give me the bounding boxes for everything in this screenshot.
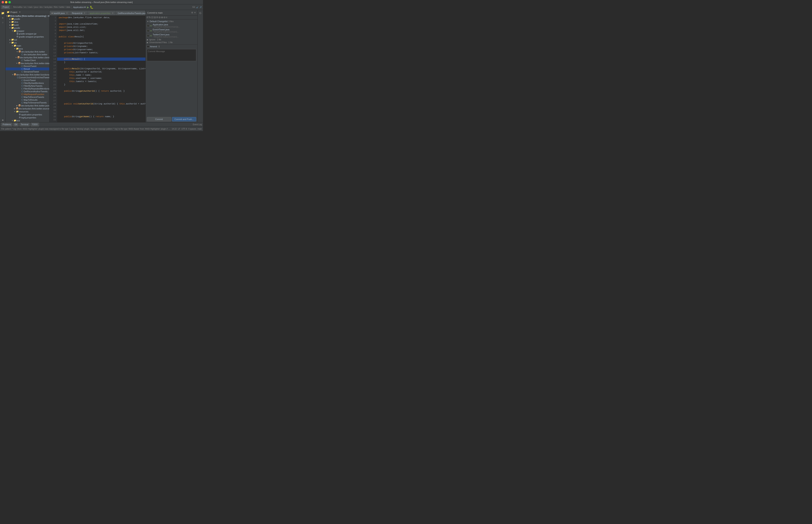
tab-close-icon[interactable]: ✕ xyxy=(84,12,85,14)
tree-out[interactable]: ▶ 📁 out xyxy=(5,38,49,41)
tree-test[interactable]: ▼ 📁 test xyxy=(5,119,49,122)
tree-gradle-wrapper-jar[interactable]: 🗄 gradle-wrapper.jar xyxy=(5,32,49,35)
git-file-application[interactable]: ✓ M Application.java ~/Blog/flink-kafka/… xyxy=(147,23,196,28)
tree-result[interactable]: C Result xyxy=(5,67,49,70)
tree-map-recent[interactable]: C MapToRecentTweets xyxy=(5,96,49,98)
git-expand-icon[interactable]: ⊕ xyxy=(161,16,163,19)
tree-log4j-props[interactable]: ⚙ log4j.properties xyxy=(5,116,49,119)
project-icon[interactable]: 📁 xyxy=(1,11,5,15)
tree-enrich-tweet[interactable]: C EnrichTweet xyxy=(5,79,49,82)
tab-todo[interactable]: TODO xyxy=(31,122,39,127)
tree-gradle-wrapper-props[interactable]: ⚙ gradle-wrapper.properties xyxy=(5,35,49,38)
tree-root-label: flink-kafka [flink-twitter-streaming] ~/… xyxy=(10,15,49,17)
tree-resources[interactable]: ▼ 📁 resources xyxy=(5,110,49,113)
tree-recent-tweet[interactable]: C RecentTweet xyxy=(5,65,49,67)
git-file-checkbox[interactable]: ✓ xyxy=(147,24,149,27)
tree-filter-mentions[interactable]: C FilterByHasMentions xyxy=(5,82,49,84)
tab-git[interactable]: Git xyxy=(13,122,19,127)
tree-package-client[interactable]: ▼ 📦 dev.lankydan.flink.twitter.client xyxy=(5,56,49,59)
git-unversioned-section[interactable]: ▶ Unversioned Files 1 file xyxy=(147,41,196,44)
git-revert-icon[interactable]: ⊘ xyxy=(159,16,161,19)
tab-terminal[interactable]: Terminal xyxy=(19,122,30,127)
tree-arrow: ▼ xyxy=(16,62,18,64)
tree-package-source[interactable]: ▶ 📦 dev.lankydan.flink.twitter.source xyxy=(5,107,49,110)
tab-lase64[interactable]: lase64.java ✕ xyxy=(50,11,70,15)
tab-problems[interactable]: Problems xyxy=(1,122,12,127)
run-config[interactable]: Application▼ xyxy=(73,6,86,9)
debug-button[interactable]: 🐛 xyxy=(90,5,93,9)
pull-requests-icon[interactable]: ⑂ xyxy=(1,20,5,25)
git-diff-icon[interactable]: ⊟ xyxy=(154,16,156,19)
commit-button[interactable]: Commit xyxy=(147,117,171,121)
tree-package-functions[interactable]: ▼ 📦 dev.lankydan.flink.twitter.functions xyxy=(5,73,49,76)
git-file-twitter-client[interactable]: ✓ M TwitterClient.java ~/Blog/flink-kafk… xyxy=(147,33,196,38)
tree-gradle-2[interactable]: ▼ 📁 gradle xyxy=(5,26,49,29)
code-editor[interactable]: package dev.lankydan.flink.twitter.data;… xyxy=(57,16,145,122)
git-label: Git: xyxy=(192,6,195,8)
tree-map-streamed[interactable]: C MapToStreamedTweets xyxy=(5,101,49,104)
git-ignore-section[interactable]: ▶ ignore 1 file xyxy=(147,38,196,41)
tree-map-results[interactable]: C MapToResults xyxy=(5,98,49,101)
tree-package-json[interactable]: ▶ 📦 dev.lankydan.flink.twitter.json xyxy=(5,104,49,107)
event-log-label[interactable]: Event Log xyxy=(193,124,202,126)
minimize-button[interactable] xyxy=(5,1,7,3)
close-button[interactable] xyxy=(2,1,4,3)
git-redo-icon[interactable]: ↻ xyxy=(149,16,151,19)
git-collapse-icon[interactable]: ⊖ xyxy=(163,16,165,19)
tree-arrow xyxy=(18,88,21,90)
tree-app-props[interactable]: ⚙ application.properties xyxy=(5,113,49,116)
code-line-18: this.authorId = authorId; xyxy=(57,70,145,73)
structure-icon[interactable]: ≡ xyxy=(1,16,5,20)
tree-java[interactable]: ▼ 📁 java xyxy=(5,47,49,50)
tree-filter-new[interactable]: C FilterByNewTweets xyxy=(5,84,49,87)
tree-convert-json[interactable]: C ConvertJsonIntoEnrichedTweet xyxy=(5,76,49,79)
git-settings-icon[interactable]: ⚙ xyxy=(191,11,193,14)
code-line-1: package dev.lankydan.flink.twitter.data; xyxy=(57,16,145,19)
tree-root[interactable]: ▼ 📁 flink-kafka [flink-twitter-streaming… xyxy=(5,14,49,17)
git-group-icon[interactable]: ≡ xyxy=(166,16,167,19)
tab-request[interactable]: Request.kt ✕ xyxy=(70,11,88,15)
tree-package-twitter[interactable]: ▼ 📦 dev.lankydan.flink.twitter xyxy=(5,50,49,53)
git-file-enrich[interactable]: ✓ M EnrichTweet.java ~/Blog/flink-kafka/… xyxy=(147,28,196,33)
tree-twitter-client[interactable]: C TwitterClient xyxy=(5,59,49,62)
tree-get-recent[interactable]: C GetRecentAuthorTweets xyxy=(5,90,49,93)
tree-http-request[interactable]: C HttpRequestFunction xyxy=(5,93,49,96)
package-icon: 📦 xyxy=(14,73,16,76)
maximize-button[interactable] xyxy=(9,1,11,3)
ignore-count: 1 file xyxy=(157,38,161,41)
tab-close-icon[interactable]: ✕ xyxy=(112,12,113,14)
tree-src[interactable]: ▼ 📁 src xyxy=(5,41,49,44)
git-close-icon[interactable]: ✕ xyxy=(194,11,196,14)
project-menu[interactable]: Project xyxy=(1,5,10,9)
class-icon: C xyxy=(21,101,23,104)
tree-wrapper[interactable]: ▼ 📁 wrapper xyxy=(5,29,49,32)
git-refresh-icon[interactable]: ⟳ xyxy=(156,16,158,19)
tree-item-label: TwitterClient xyxy=(23,59,36,62)
commit-message-input[interactable] xyxy=(147,49,196,61)
favorites-icon[interactable]: ★ xyxy=(1,118,5,122)
git-undo-icon[interactable]: ↺ xyxy=(146,16,148,19)
tree-idea[interactable]: ▶ 📁 idea xyxy=(5,20,49,23)
amend-info-icon[interactable]: ℹ xyxy=(159,45,160,48)
git-file-checkbox[interactable]: ✓ xyxy=(147,30,149,32)
tab-get-recent[interactable]: GetRecentAuthorTweets.java ✕ xyxy=(116,11,145,15)
gradle-side-icon[interactable]: G xyxy=(198,11,203,15)
tree-main[interactable]: ▼ 📁 main xyxy=(5,44,49,47)
run-button[interactable]: ▶ xyxy=(87,5,89,9)
amend-checkbox[interactable] xyxy=(147,45,149,48)
tab-close-icon[interactable]: ✕ xyxy=(66,12,68,14)
git-check-all-icon[interactable]: ☑ xyxy=(151,16,154,19)
tab-app-properties[interactable]: application.properties ✕ xyxy=(87,11,116,15)
git-push-button[interactable]: ↗ xyxy=(200,5,202,9)
tree-application[interactable]: C dev.lankydan.flink.twitter xyxy=(5,53,49,56)
tree-streamed-tweet[interactable]: C StreamedTweet xyxy=(5,70,49,73)
tree-arrow: ▶ xyxy=(9,18,11,20)
tree-package-data[interactable]: ▼ 📦 dev.lankydan.flink.twitter.data xyxy=(5,62,49,65)
git-file-checkbox[interactable]: ✓ xyxy=(147,35,149,37)
git-update-button[interactable]: ↙ xyxy=(196,5,198,9)
tree-item-label: dev.lankydan.flink.twitter.source xyxy=(19,108,49,110)
tree-filter-repeated[interactable]: C FilterByRepeatedMentions xyxy=(5,87,49,90)
tree-build[interactable]: ▶ 📁 build xyxy=(5,23,49,26)
tree-gradle-1[interactable]: ▶ 📁 gradle xyxy=(5,17,49,20)
commit-push-button[interactable]: Commit and Push... xyxy=(172,117,196,121)
